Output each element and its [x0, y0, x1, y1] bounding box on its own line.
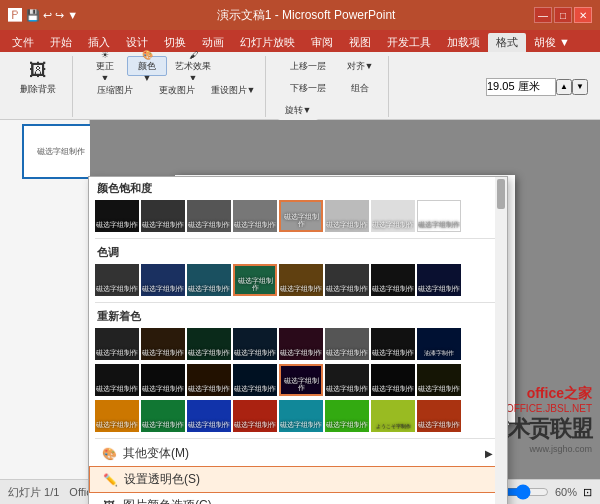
rc3-swatch-7[interactable]: 磁选字组制作	[417, 400, 461, 432]
window-controls: — □ ✕	[534, 7, 592, 23]
slide-thumbnail[interactable]: 磁选字组制作	[22, 124, 100, 179]
sat-swatch-0[interactable]: 磁选字组制作	[95, 200, 139, 232]
group-button[interactable]: 组合	[340, 78, 380, 98]
reset-button[interactable]: 重设图片▼	[209, 80, 257, 100]
correction-button[interactable]: ☀ 更正 ▼	[85, 56, 125, 76]
rc3-swatch-5[interactable]: 磁选字组制作	[325, 400, 369, 432]
sat-swatch-5[interactable]: 磁选字组制作	[325, 200, 369, 232]
hue-swatch-4[interactable]: 磁选字组制作	[279, 264, 323, 296]
tab-slideshow[interactable]: 幻灯片放映	[232, 33, 303, 52]
rc2-swatch-0[interactable]: 磁选字组制作	[95, 364, 139, 396]
hue-swatch-3[interactable]: 磁选字组制作	[233, 264, 277, 296]
rc-swatch-3[interactable]: 磁选字组制作	[233, 328, 277, 360]
rc-swatch-0[interactable]: 磁选字组制作	[95, 328, 139, 360]
set-transparent-item[interactable]: ✏️ 设置透明色(S)	[89, 466, 507, 493]
align-button[interactable]: 对齐▼	[340, 56, 380, 76]
rc2-swatch-1[interactable]: 磁选字组制作	[141, 364, 185, 396]
divider-3	[95, 438, 501, 439]
rc2-swatch-4[interactable]: 磁选字组制作	[279, 364, 323, 396]
compress-button[interactable]: 压缩图片	[85, 80, 145, 100]
tab-addins[interactable]: 加载项	[439, 33, 488, 52]
rc2-swatch-3[interactable]: 磁选字组制作	[233, 364, 277, 396]
quick-access: 💾 ↩ ↪ ▼	[26, 9, 78, 22]
window-title: 演示文稿1 - Microsoft PowerPoint	[78, 7, 534, 24]
rc3-swatch-4[interactable]: 磁选字组制作	[279, 400, 323, 432]
hue-swatch-0[interactable]: 磁选字组制作	[95, 264, 139, 296]
color-dropdown-menu[interactable]: 颜色饱和度 磁选字组制作 磁选字组制作 磁选字组制作 磁选字组制作 磁选字组制作…	[88, 176, 508, 504]
app-icon: 🅿	[8, 7, 22, 23]
sat-swatch-4[interactable]: 磁选字组制作	[279, 200, 323, 232]
tab-view[interactable]: 视图	[341, 33, 379, 52]
set-transparent-icon: ✏️	[102, 472, 118, 488]
rc2-swatch-5[interactable]: 磁选字组制作	[325, 364, 369, 396]
ribbon: 🖼 删除背景 ☀ 更正 ▼ 🎨 颜色 ▼ 🖌 艺术效果 ▼ 压缩图片 更改图片	[0, 52, 600, 120]
sat-swatch-6[interactable]: 磁选字组制作	[371, 200, 415, 232]
hue-swatch-5[interactable]: 磁选字组制作	[325, 264, 369, 296]
minimize-button[interactable]: —	[534, 7, 552, 23]
ribbon-tabs: 文件 开始 插入 设计 切换 动画 幻灯片放映 审阅 视图 开发工具 加载项 格…	[0, 30, 600, 52]
tab-user[interactable]: 胡俊 ▼	[526, 33, 578, 52]
hue-swatch-7[interactable]: 磁选字组制作	[417, 264, 461, 296]
rc2-swatch-2[interactable]: 磁选字组制作	[187, 364, 231, 396]
height-input[interactable]	[486, 78, 556, 96]
section-title-recolor: 重新着色	[89, 305, 507, 326]
size-input-area: ▲ ▼	[478, 56, 596, 117]
close-button[interactable]: ✕	[574, 7, 592, 23]
rc2-swatch-6[interactable]: 磁选字组制作	[371, 364, 415, 396]
zoom-level: 60%	[555, 486, 577, 498]
divider-2	[95, 302, 501, 303]
hue-swatch-6[interactable]: 磁选字组制作	[371, 264, 415, 296]
rotate-button[interactable]: 旋转▼	[278, 100, 318, 120]
maximize-button[interactable]: □	[554, 7, 572, 23]
scroll-down-button[interactable]: ▼	[572, 79, 588, 95]
rc-swatch-7[interactable]: 油漆字制作	[417, 328, 461, 360]
picture-color-options-item[interactable]: 🖼 图片颜色选项(C)...	[89, 493, 507, 504]
sat-swatch-1[interactable]: 磁选字组制作	[141, 200, 185, 232]
move-down-button[interactable]: 下移一层	[278, 78, 338, 98]
divider-1	[95, 238, 501, 239]
rc-swatch-6[interactable]: 磁选字组制作	[371, 328, 415, 360]
fit-window-button[interactable]: ⊡	[583, 486, 592, 499]
rc-swatch-2[interactable]: 磁选字组制作	[187, 328, 231, 360]
picture-color-options-icon: 🖼	[101, 498, 117, 505]
tab-animation[interactable]: 动画	[194, 33, 232, 52]
slide-thumb-text: 磁选字组制作	[37, 146, 85, 157]
title-bar-left: 🅿 💾 ↩ ↪ ▼	[8, 7, 78, 23]
recolor-grid-2: 磁选字组制作 磁选字组制作 磁选字组制作 磁选字组制作 磁选字组制作 磁选字组制…	[89, 364, 507, 400]
tab-devtools[interactable]: 开发工具	[379, 33, 439, 52]
change-picture-button[interactable]: 更改图片	[147, 80, 207, 100]
slide-panel: 1 磁选字组制作	[0, 120, 90, 479]
rc-swatch-1[interactable]: 磁选字组制作	[141, 328, 185, 360]
rc3-swatch-0[interactable]: 磁选字组制作	[95, 400, 139, 432]
rc3-swatch-6[interactable]: ようこそ字制作	[371, 400, 415, 432]
ribbon-group-arrange: 上移一层 对齐▼ 下移一层 组合 旋转▼	[270, 56, 389, 117]
rc3-swatch-3[interactable]: 磁选字组制作	[233, 400, 277, 432]
rc3-swatch-1[interactable]: 磁选字组制作	[141, 400, 185, 432]
main-area: 1 磁选字组制作 磁选字组制作 颜色饱和度 磁选字组制作 磁选字组制作 磁选字组…	[0, 120, 600, 479]
more-variants-icon: 🎨	[101, 446, 117, 462]
rc-swatch-5[interactable]: 磁选字组制作	[325, 328, 369, 360]
move-up-button[interactable]: 上移一层	[278, 56, 338, 76]
hue-grid: 磁选字组制作 磁选字组制作 磁选字组制作 磁选字组制作 磁选字组制作 磁选字组制…	[89, 262, 507, 300]
rc3-swatch-2[interactable]: 磁选字组制作	[187, 400, 231, 432]
tab-review[interactable]: 审阅	[303, 33, 341, 52]
hue-swatch-1[interactable]: 磁选字组制作	[141, 264, 185, 296]
hue-swatch-2[interactable]: 磁选字组制作	[187, 264, 231, 296]
more-variants-item[interactable]: 🎨 其他变体(M) ▶	[89, 441, 507, 466]
color-button[interactable]: 🎨 颜色 ▼	[127, 56, 167, 76]
rc2-swatch-7[interactable]: 磁选字组制作	[417, 364, 461, 396]
artistic-button[interactable]: 🖌 艺术效果 ▼	[169, 56, 217, 76]
sat-swatch-2[interactable]: 磁选字组制作	[187, 200, 231, 232]
delete-background-button[interactable]: 🖼 删除背景	[12, 56, 64, 100]
sat-swatch-7[interactable]: 磁选字组制作	[417, 200, 461, 232]
rc-swatch-4[interactable]: 磁选字组制作	[279, 328, 323, 360]
dropdown-scrollbar[interactable]	[495, 177, 507, 504]
sat-swatch-3[interactable]: 磁选字组制作	[233, 200, 277, 232]
tab-file[interactable]: 文件	[4, 33, 42, 52]
recolor-grid-3: 磁选字组制作 磁选字组制作 磁选字组制作 磁选字组制作 磁选字组制作 磁选字组制…	[89, 400, 507, 436]
tab-format[interactable]: 格式	[488, 33, 526, 52]
scroll-up-button[interactable]: ▲	[556, 79, 572, 95]
tab-start[interactable]: 开始	[42, 33, 80, 52]
title-bar: 🅿 💾 ↩ ↪ ▼ 演示文稿1 - Microsoft PowerPoint —…	[0, 0, 600, 30]
tab-insert[interactable]: 插入	[80, 33, 118, 52]
